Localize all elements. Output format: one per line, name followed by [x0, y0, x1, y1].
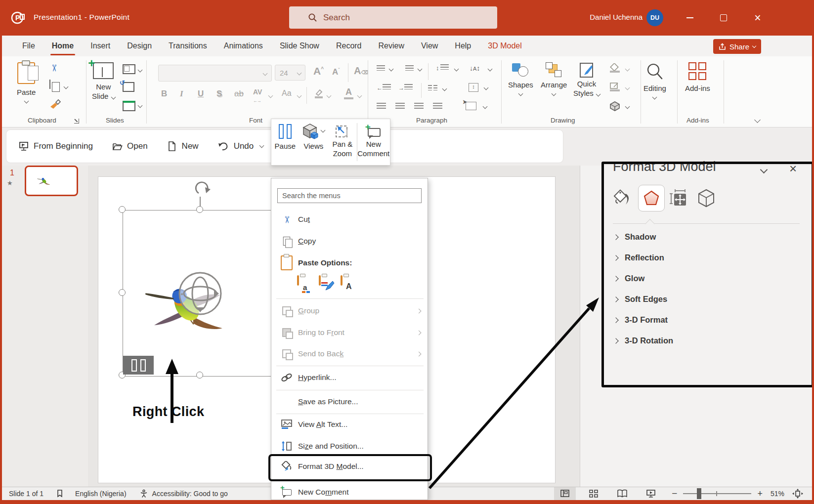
slide-sorter-view-button[interactable]: [583, 487, 604, 500]
menu-item-view-alt-text[interactable]: View Alt Text...: [271, 416, 428, 433]
clear-formatting-button[interactable]: A⌫: [354, 65, 368, 77]
font-name-combo[interactable]: [158, 65, 272, 82]
shape-effects-button[interactable]: [609, 101, 621, 114]
menu-item-hyperlink[interactable]: Hyperlink...: [271, 369, 428, 386]
layout-chevron-icon[interactable]: [138, 68, 143, 73]
menu-item-copy[interactable]: Copy: [271, 232, 428, 250]
fit-slide-icon[interactable]: [792, 489, 803, 499]
quick-styles-button[interactable]: Quick Styles: [573, 62, 600, 98]
align-left-button[interactable]: [377, 103, 386, 109]
font-size-combo[interactable]: 24: [275, 65, 305, 81]
views-button[interactable]: Views: [299, 119, 328, 165]
menu-item-save-as-picture[interactable]: Save as Picture...: [271, 393, 428, 411]
slide-show-button[interactable]: [640, 487, 662, 500]
tab-record[interactable]: Record: [328, 36, 370, 56]
new-button[interactable]: New: [167, 141, 199, 152]
zoom-slider[interactable]: [683, 488, 751, 499]
zoom-slider-thumb[interactable]: [697, 488, 701, 499]
copy-button[interactable]: [49, 80, 50, 89]
font-color-button[interactable]: A: [344, 87, 353, 99]
bold-button[interactable]: B: [161, 89, 167, 99]
highlight-button[interactable]: [313, 88, 324, 101]
menu-search-input[interactable]: [277, 188, 422, 203]
highlight-chevron-icon[interactable]: [327, 93, 332, 98]
3d-rotate-control[interactable]: [176, 270, 224, 317]
shape-fill-button[interactable]: [609, 63, 621, 75]
share-button[interactable]: Share: [713, 39, 761, 54]
change-case-button[interactable]: Aa: [282, 89, 292, 98]
undo-button[interactable]: Undo: [217, 141, 264, 152]
menu-item-cut[interactable]: ✂ Cut: [271, 210, 428, 228]
justify-button[interactable]: [433, 103, 442, 109]
paste-button[interactable]: Paste: [17, 62, 36, 103]
change-case-chevron-icon[interactable]: [297, 93, 302, 98]
text-direction-chevron-icon[interactable]: [484, 85, 489, 90]
rotate-handle-icon[interactable]: [193, 179, 212, 198]
increase-indent-button[interactable]: →: [398, 84, 413, 91]
shape-outline-chevron-icon[interactable]: [625, 85, 630, 90]
tab-file[interactable]: File: [14, 36, 43, 56]
grow-font-button[interactable]: A^: [313, 65, 324, 77]
slide-thumbnail[interactable]: [25, 166, 78, 196]
line-spacing-chevron-icon[interactable]: [454, 67, 459, 72]
section-button[interactable]: [123, 101, 135, 111]
tab-help[interactable]: Help: [446, 36, 479, 56]
shrink-font-button[interactable]: Aˇ: [332, 67, 340, 77]
3d-animation-pause-overlay[interactable]: [123, 356, 154, 375]
menu-item-new-comment[interactable]: + New Comment: [271, 483, 428, 501]
tab-transitions[interactable]: Transitions: [160, 36, 215, 56]
tab-design[interactable]: Design: [119, 36, 160, 56]
search-box[interactable]: Search: [289, 6, 497, 29]
columns-chevron-icon[interactable]: [442, 86, 447, 91]
reading-view-button[interactable]: [611, 487, 633, 500]
copy-chevron-icon[interactable]: [64, 84, 69, 89]
zoom-out-button[interactable]: −: [672, 488, 677, 499]
shapes-button[interactable]: Shapes: [508, 62, 533, 95]
from-beginning-button[interactable]: From Beginning: [18, 141, 93, 152]
format-painter-button[interactable]: [49, 99, 61, 112]
layout-button[interactable]: [123, 64, 135, 74]
add-ins-button[interactable]: Add-ins: [685, 62, 710, 93]
italic-button[interactable]: I: [180, 89, 183, 99]
character-spacing-button[interactable]: AV←→: [253, 88, 262, 104]
slide-counter[interactable]: Slide 1 of 1: [9, 490, 43, 498]
paste-picture-button[interactable]: [319, 276, 321, 285]
align-right-button[interactable]: [414, 103, 424, 109]
tab-view[interactable]: View: [413, 36, 446, 56]
pause-button[interactable]: Pause: [271, 119, 299, 165]
accessibility-status[interactable]: Accessibility: Good to go: [152, 490, 228, 498]
align-center-button[interactable]: [395, 103, 405, 109]
columns-button[interactable]: [428, 85, 437, 91]
tab-slide-show[interactable]: Slide Show: [271, 36, 328, 56]
zoom-level[interactable]: 51%: [771, 490, 784, 498]
bullets-chevron-icon[interactable]: [389, 67, 394, 72]
shape-outline-button[interactable]: [609, 82, 621, 94]
decrease-indent-button[interactable]: ←: [377, 84, 391, 91]
numbering-button[interactable]: [405, 65, 414, 71]
section-chevron-icon[interactable]: [138, 103, 143, 108]
avatar[interactable]: DU: [646, 9, 663, 26]
tab-3d-model[interactable]: 3D Model: [479, 36, 530, 56]
smartart-button[interactable]: ➤: [466, 102, 476, 110]
selection-handle-top-left[interactable]: [119, 206, 126, 213]
maximize-button[interactable]: [708, 0, 739, 36]
shape-effects-chevron-icon[interactable]: [625, 104, 630, 109]
text-direction-button[interactable]: ↕: [469, 83, 478, 92]
text-shadow-button[interactable]: S: [216, 89, 222, 99]
underline-button[interactable]: U: [198, 89, 204, 99]
notes-icon[interactable]: [55, 489, 64, 498]
numbering-chevron-icon[interactable]: [418, 67, 423, 72]
tab-insert[interactable]: Insert: [82, 36, 119, 56]
selection-handle-top-middle[interactable]: [196, 206, 203, 213]
line-spacing-button[interactable]: ↕: [436, 64, 449, 72]
cut-button[interactable]: ✂: [48, 64, 60, 72]
character-spacing-chevron-icon[interactable]: [268, 93, 273, 98]
undo-chevron-icon[interactable]: [259, 143, 264, 148]
normal-view-button[interactable]: [554, 487, 576, 500]
editing-button[interactable]: Editing: [643, 62, 666, 99]
new-slide-button[interactable]: + New Slide: [92, 62, 115, 101]
selection-handle-middle-left[interactable]: [119, 289, 126, 296]
selection-handle-bottom-middle[interactable]: [196, 372, 203, 378]
sort-text-chevron-icon[interactable]: [488, 67, 493, 72]
minimize-button[interactable]: [675, 0, 705, 36]
